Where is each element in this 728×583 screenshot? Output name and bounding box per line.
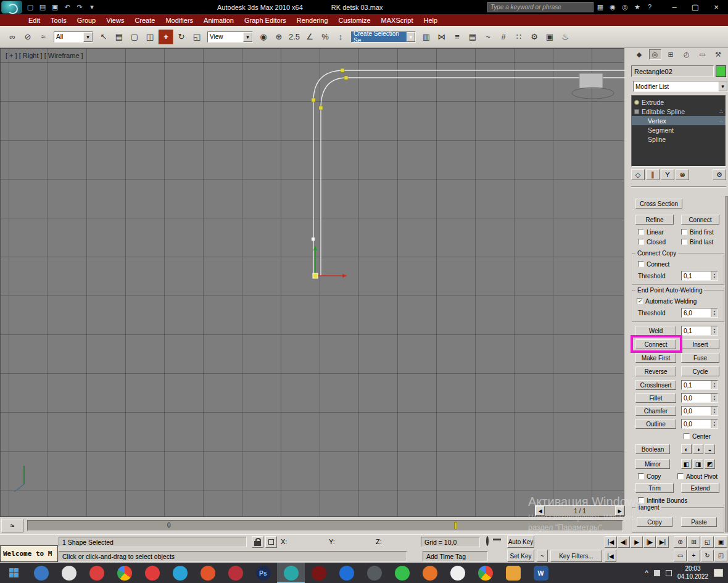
menu-item[interactable]: Modifiers (165, 17, 193, 24)
window-crossing-icon[interactable]: ◫ (143, 30, 157, 44)
taskbar-app-opera[interactable] (83, 563, 110, 583)
taskbar-app-3dsmax[interactable] (277, 563, 305, 583)
menu-item[interactable]: MAXScript (381, 17, 413, 24)
automatic-welding-checkbox[interactable]: Automatic Welding (637, 297, 697, 305)
spinner-arrows-icon[interactable] (711, 271, 718, 280)
tray-expand-button[interactable]: ^ (645, 569, 648, 577)
close-button[interactable]: × (706, 0, 727, 14)
render-production-icon[interactable]: ♨ (558, 30, 573, 44)
taskbar-app-11[interactable] (471, 563, 499, 583)
boolean-union-icon[interactable]: ◐ (681, 444, 692, 454)
outline-spinner[interactable]: 0,0 (681, 419, 718, 429)
menu-item[interactable]: Create (134, 17, 155, 24)
menu-item[interactable]: Animation (204, 17, 234, 24)
mirror-vertical-icon[interactable]: ◨ (693, 459, 703, 469)
search-input[interactable] (487, 2, 594, 12)
menu-item[interactable]: Rendering (297, 17, 328, 24)
layer-manager-icon[interactable]: ▤ (465, 30, 480, 44)
taskbar-app-6[interactable] (305, 563, 333, 583)
configure-modifier-sets-icon[interactable]: ⚙ (713, 169, 726, 180)
favorites-icon[interactable]: ★ (632, 1, 643, 12)
taskbar-app-8[interactable] (360, 563, 388, 583)
mirror-button[interactable]: Mirror (635, 459, 670, 469)
spinner-arrows-icon[interactable] (711, 326, 718, 335)
viewport-label[interactable]: [ + ] [ Right ] [ Wireframe ] (6, 52, 83, 59)
project-menu-icon[interactable]: ▾ (86, 2, 97, 13)
stack-item-spline[interactable]: Spline (632, 134, 726, 144)
menu-item[interactable]: Tools (51, 17, 67, 24)
mirror-horizontal-icon[interactable]: ◧ (681, 459, 692, 469)
extend-button[interactable]: Extend (681, 483, 719, 493)
auto-key-button[interactable]: Auto Key (507, 535, 534, 548)
open-mini-curve-editor-button[interactable]: ≈ (1, 519, 23, 532)
track-bar[interactable]: 0 (27, 520, 623, 531)
edit-named-selection-sets-icon[interactable]: ▥ (419, 30, 434, 44)
taskbar-app-photoshop[interactable]: Ps (249, 563, 277, 583)
connect-copy-threshold-spinner[interactable]: 0,1 (681, 271, 718, 281)
keyframe-tick[interactable] (454, 522, 457, 529)
spinner-arrows-icon[interactable] (711, 394, 718, 402)
unlink-selection-icon[interactable]: ⊘ (20, 30, 35, 44)
align-icon[interactable]: ≡ (450, 30, 465, 44)
spinner-arrows-icon[interactable] (711, 420, 718, 428)
trim-button[interactable]: Trim (635, 483, 674, 493)
taskbar-app-7[interactable] (333, 563, 360, 583)
refine-button[interactable]: Refine (635, 215, 674, 225)
tab-display[interactable]: ▭ (696, 49, 708, 60)
time-slider-prev-icon[interactable]: ◀ (536, 506, 545, 516)
insert-button[interactable]: Insert (681, 339, 719, 349)
menu-item[interactable]: Edit (28, 17, 40, 24)
reverse-button[interactable]: Reverse (635, 366, 676, 376)
cross-insert-button[interactable]: CrossInsert (635, 380, 676, 390)
chamfer-spinner[interactable]: 0,0 (681, 406, 718, 416)
closed-checkbox[interactable]: Closed (638, 238, 666, 246)
pin-stack-icon[interactable]: ◇ (631, 169, 645, 180)
previous-frame-button[interactable]: ◀| (618, 536, 630, 548)
mirror-icon[interactable]: ⋈ (434, 30, 449, 44)
refine-connect-button[interactable]: Connect (681, 215, 719, 225)
zoom-extents-button[interactable]: ◱ (701, 536, 714, 548)
spinner-arrows-icon[interactable] (711, 407, 718, 415)
zoom-button[interactable]: ⊕ (674, 536, 687, 548)
maximize-button[interactable]: ▢ (685, 0, 706, 14)
select-object-icon[interactable]: ↖ (96, 30, 111, 44)
stack-item-segment[interactable]: Segment (632, 125, 726, 134)
taskbar-app-browser[interactable] (110, 563, 138, 583)
angle-snap-icon[interactable]: ∠ (302, 30, 317, 44)
zoom-all-button[interactable]: ⊞ (687, 536, 700, 548)
tab-motion[interactable]: ◴ (680, 49, 693, 60)
spinner-snap-icon[interactable]: ↕ (333, 30, 348, 44)
select-and-manipulate-icon[interactable]: ⊕ (271, 30, 286, 44)
spinner-arrows-icon[interactable] (711, 308, 718, 317)
taskbar-app-4[interactable] (194, 563, 221, 583)
taskbar-app-2[interactable] (138, 563, 166, 583)
menu-item[interactable]: Views (106, 17, 124, 24)
schematic-view-icon[interactable]: # (496, 30, 511, 44)
minimize-button[interactable]: – (664, 0, 685, 14)
use-center-icon[interactable]: ◉ (256, 30, 271, 44)
search-icon[interactable]: ◉ (607, 1, 618, 12)
bind-to-space-warp-icon[interactable]: ≈ (36, 30, 51, 44)
taskbar-app-10[interactable] (444, 563, 471, 583)
select-by-name-icon[interactable]: ▤ (112, 30, 126, 44)
app-logo-icon[interactable] (1, 1, 22, 14)
spinner-arrows-icon[interactable] (711, 381, 718, 389)
communication-center-icon[interactable]: ◎ (619, 1, 631, 12)
tab-utilities[interactable]: ⚒ (712, 49, 724, 60)
fillet-spinner[interactable]: 0,0 (681, 393, 718, 403)
cycle-button[interactable]: Cycle (681, 366, 719, 376)
linear-checkbox[interactable]: Linear (638, 228, 664, 236)
play-button[interactable]: ▶ (631, 536, 643, 548)
zoom-extents-all-button[interactable]: ▣ (714, 536, 727, 548)
menu-item[interactable]: Graph Editors (244, 17, 286, 24)
rendered-frame-icon[interactable]: ▣ (542, 30, 557, 44)
object-name-field[interactable]: Rectangle02 (631, 65, 714, 77)
weld-button[interactable]: Weld (635, 326, 676, 336)
show-end-result-icon[interactable]: ∥ (646, 169, 660, 180)
modifier-list-dropdown[interactable]: Modifier List (633, 81, 728, 92)
connect-copy-checkbox[interactable]: Connect (638, 260, 669, 268)
rollout-scrollbar[interactable] (725, 196, 728, 532)
reference-coordinate-dropdown[interactable]: View (207, 31, 253, 43)
about-pivot-checkbox[interactable]: About Pivot (677, 473, 718, 480)
tangent-paste-button[interactable]: Paste (681, 517, 717, 527)
